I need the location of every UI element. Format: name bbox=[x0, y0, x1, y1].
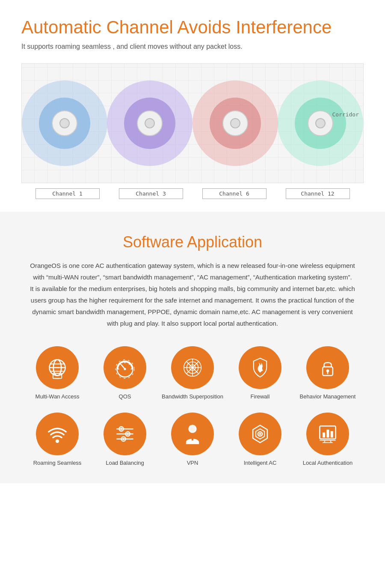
channel-1-device bbox=[52, 110, 77, 136]
channel-6-device bbox=[222, 110, 248, 136]
svg-rect-49 bbox=[326, 430, 329, 438]
channel-cell-3 bbox=[107, 68, 193, 179]
svg-point-14 bbox=[124, 368, 126, 370]
channel-cell-12 bbox=[278, 68, 364, 179]
roaming-icon-circle bbox=[36, 413, 79, 455]
fire-icon bbox=[249, 356, 272, 379]
icons-grid: Multi-Wan Access bbox=[26, 346, 359, 466]
local-auth-label: Local Authentication bbox=[303, 460, 352, 466]
svg-point-30 bbox=[120, 428, 122, 430]
speedometer-icon bbox=[113, 356, 136, 379]
svg-point-33 bbox=[127, 433, 129, 435]
svg-point-23 bbox=[191, 366, 193, 368]
svg-rect-50 bbox=[331, 431, 333, 437]
hexagon-icon bbox=[249, 422, 272, 445]
load-balancing-label: Load Balancing bbox=[106, 460, 144, 466]
corridor-label: Corridor bbox=[332, 111, 359, 118]
icon-item-qos: QOS bbox=[93, 346, 157, 400]
svg-point-42 bbox=[259, 433, 261, 435]
vpn-label: VPN bbox=[187, 460, 198, 466]
barchart-icon bbox=[316, 422, 339, 445]
multi-wan-label: Multi-Wan Access bbox=[36, 393, 80, 400]
channel-diagram: Corridor bbox=[21, 63, 364, 183]
qos-icon-circle bbox=[104, 346, 146, 389]
globe-icon bbox=[46, 356, 69, 379]
channel-title: Automatic Channel Avoids Interference bbox=[21, 17, 364, 38]
channel-cell-6 bbox=[192, 68, 278, 179]
channel-label-12: Channel 12 bbox=[286, 188, 350, 199]
roaming-label: Roaming Seamless bbox=[33, 460, 82, 466]
behavior-label: Behavior Management bbox=[300, 393, 356, 400]
icon-item-intelligent-ac: Intelligent AC bbox=[228, 413, 292, 466]
bandwidth-label: Bandwidth Superposition bbox=[162, 393, 223, 400]
icon-item-local-auth: Local Authentication bbox=[296, 413, 359, 466]
vpn-icon-circle bbox=[171, 413, 214, 455]
channel-label-3: Channel 3 bbox=[119, 188, 183, 199]
software-title: Software Application bbox=[26, 233, 359, 251]
svg-point-25 bbox=[326, 369, 329, 372]
intelligent-ac-label: Intelligent AC bbox=[244, 460, 277, 466]
person-icon bbox=[181, 422, 204, 445]
load-balancing-icon-circle bbox=[104, 413, 146, 455]
icon-item-roaming: Roaming Seamless bbox=[26, 413, 89, 466]
icon-item-behavior: Behavior Management bbox=[296, 346, 359, 400]
icon-item-vpn: VPN bbox=[161, 413, 224, 466]
local-auth-icon-circle bbox=[306, 413, 349, 455]
channel-label-6: Channel 6 bbox=[202, 188, 267, 199]
bandwidth-icon-circle bbox=[171, 346, 214, 389]
sliders-icon bbox=[113, 422, 136, 445]
lock-icon bbox=[316, 356, 339, 379]
svg-point-27 bbox=[56, 440, 59, 443]
intelligent-ac-icon-circle bbox=[239, 413, 281, 455]
behavior-icon-circle bbox=[306, 346, 349, 389]
multi-wan-icon-circle bbox=[36, 346, 79, 389]
svg-rect-48 bbox=[323, 433, 325, 438]
channel-subtitle: It supports roaming seamless , and clien… bbox=[21, 43, 364, 50]
svg-point-36 bbox=[122, 438, 124, 440]
firewall-icon-circle bbox=[239, 346, 281, 389]
channel-cell-1 bbox=[22, 68, 107, 179]
channel-labels: Channel 1 Channel 3 Channel 6 Channel 12 bbox=[21, 188, 364, 199]
icon-item-multi-wan: Multi-Wan Access bbox=[26, 346, 89, 400]
channel-label-1: Channel 1 bbox=[36, 188, 100, 199]
svg-point-38 bbox=[189, 425, 196, 433]
channel-12-device bbox=[308, 110, 333, 136]
channel-section: Automatic Channel Avoids Interference It… bbox=[0, 0, 385, 212]
icon-item-bandwidth: Bandwidth Superposition bbox=[161, 346, 224, 400]
software-description: OrangeOS is one core AC authentication g… bbox=[26, 260, 359, 329]
icon-item-load-balancing: Load Balancing bbox=[93, 413, 157, 466]
spider-icon bbox=[181, 356, 204, 379]
qos-label: QOS bbox=[119, 393, 131, 400]
firewall-label: Firewall bbox=[251, 393, 270, 400]
software-section: Software Application OrangeOS is one cor… bbox=[0, 212, 385, 483]
channel-3-device bbox=[137, 110, 163, 136]
wifi-icon bbox=[46, 422, 69, 445]
icon-item-firewall: Firewall bbox=[228, 346, 292, 400]
